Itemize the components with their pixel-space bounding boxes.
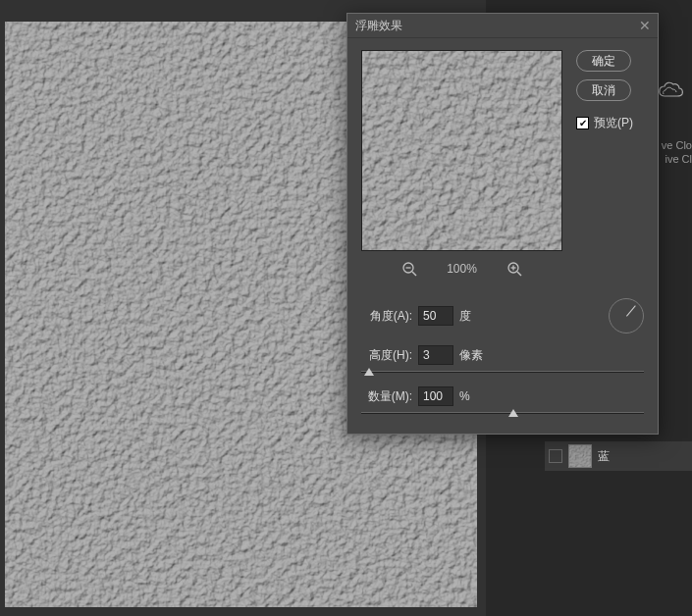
zoom-in-icon[interactable] [506,261,522,277]
cloud-icon [657,80,684,100]
zoom-level: 100% [447,262,477,276]
preview-checkbox[interactable]: ✔ [576,117,589,129]
angle-input[interactable] [418,306,453,326]
layer-row[interactable]: 蓝 [545,441,692,471]
amount-label: 数量(M): [361,388,412,405]
emboss-dialog: 浮雕效果 ✕ [346,13,659,435]
svg-line-4 [412,272,416,276]
height-unit: 像素 [459,347,483,364]
cancel-button[interactable]: 取消 [576,79,631,101]
height-slider[interactable] [361,371,644,373]
amount-input[interactable] [418,386,453,406]
amount-unit: % [459,389,470,403]
close-icon[interactable]: ✕ [636,18,654,33]
cloud-text-1: ve Clo [662,139,692,151]
amount-slider[interactable] [361,412,644,414]
svg-line-7 [517,272,521,276]
layer-name[interactable]: 蓝 [598,448,610,465]
ok-button[interactable]: 确定 [576,50,631,72]
dialog-title: 浮雕效果 [355,18,636,34]
preview-checkbox-label: 预览(P) [594,115,633,131]
angle-dial[interactable] [609,298,644,334]
svg-rect-1 [569,445,591,467]
angle-unit: 度 [459,308,471,325]
layer-visibility-toggle[interactable] [549,449,562,463]
dialog-titlebar[interactable]: 浮雕效果 ✕ [347,14,658,38]
filter-preview[interactable] [361,50,562,251]
cloud-text-2: ive Cl [665,153,692,165]
svg-rect-2 [362,51,561,250]
height-input[interactable] [418,345,453,365]
layer-thumbnail [568,444,592,468]
angle-label: 角度(A): [361,308,412,325]
height-label: 高度(H): [361,347,412,364]
zoom-out-icon[interactable] [401,261,417,277]
